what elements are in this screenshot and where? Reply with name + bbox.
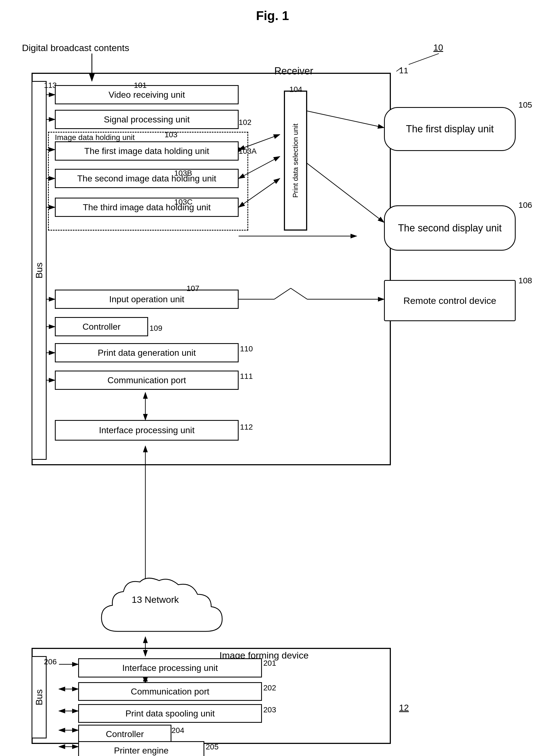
interface-processing-2-label: Interface processing unit bbox=[122, 663, 218, 673]
bus-bar-1: Bus bbox=[32, 81, 47, 460]
print-data-gen-label: Print data generation unit bbox=[98, 348, 196, 358]
digital-broadcast-label: Digital broadcast contents bbox=[22, 43, 129, 53]
controller-1-label: Controller bbox=[83, 322, 121, 332]
input-operation-unit: Input operation unit bbox=[55, 290, 239, 309]
ref-103: 103 bbox=[165, 130, 178, 139]
ref-203: 203 bbox=[263, 705, 276, 714]
ref-103a: 103A bbox=[239, 147, 257, 156]
second-display-label: The second display unit bbox=[398, 222, 502, 234]
svg-line-4 bbox=[409, 54, 439, 65]
first-image-data-label: The first image data holding unit bbox=[84, 146, 209, 156]
ref-11: 11 bbox=[399, 66, 408, 75]
second-display-unit: The second display unit bbox=[384, 205, 516, 251]
interface-processing-1: Interface processing unit bbox=[55, 420, 239, 441]
ref-107: 107 bbox=[187, 284, 200, 293]
print-data-gen-unit: Print data generation unit bbox=[55, 343, 239, 362]
communication-port-1-label: Communication port bbox=[108, 375, 186, 385]
first-display-unit: The first display unit bbox=[384, 107, 516, 151]
communication-port-2-label: Communication port bbox=[131, 687, 209, 697]
ref-112: 112 bbox=[240, 423, 253, 432]
signal-processing-unit: Signal processing unit bbox=[55, 110, 239, 129]
controller-1: Controller bbox=[55, 317, 148, 336]
network-cloud bbox=[96, 576, 233, 646]
ref-110: 110 bbox=[240, 345, 253, 353]
ref-102: 102 bbox=[239, 118, 252, 127]
input-operation-label: Input operation unit bbox=[109, 294, 184, 304]
ref-108: 108 bbox=[518, 276, 532, 285]
first-display-label: The first display unit bbox=[406, 123, 494, 135]
bus-bar-2: Bus bbox=[32, 656, 47, 738]
ref-111: 111 bbox=[240, 372, 253, 381]
controller-2: Controller bbox=[78, 725, 172, 743]
print-data-spooling: Print data spooling unit bbox=[78, 704, 262, 723]
remote-control-label: Remote control device bbox=[403, 295, 496, 306]
ref-106: 106 bbox=[518, 200, 532, 210]
video-receiving-unit: Video receiving unit bbox=[55, 85, 239, 104]
ref-109: 109 bbox=[150, 324, 162, 333]
first-image-data-unit: The first image data holding unit bbox=[55, 141, 239, 161]
ref-104: 104 bbox=[289, 85, 302, 94]
video-receiving-label: Video receiving unit bbox=[109, 90, 185, 100]
figure-title: Fig. 1 bbox=[256, 8, 289, 23]
ref-206: 206 bbox=[44, 657, 57, 666]
interface-processing-1-label: Interface processing unit bbox=[99, 425, 195, 435]
image-data-holding-label: Image data holding unit bbox=[55, 133, 135, 142]
print-data-selection-label: Print data selection unit bbox=[291, 124, 300, 198]
communication-port-1: Communication port bbox=[55, 371, 239, 390]
ref-204: 204 bbox=[172, 726, 184, 735]
ref-205: 205 bbox=[206, 743, 219, 751]
print-data-selection-unit: Print data selection unit bbox=[284, 91, 307, 231]
second-image-data-label: The second image data holding unit bbox=[77, 173, 216, 184]
printer-engine: Printer engine bbox=[78, 741, 204, 756]
print-data-spooling-label: Print data spooling unit bbox=[125, 709, 215, 719]
third-image-data-unit: The third image data holding unit bbox=[55, 198, 239, 217]
ref-103c: 103C bbox=[174, 198, 193, 206]
ref-103b: 103B bbox=[174, 169, 192, 178]
communication-port-2: Communication port bbox=[78, 682, 262, 701]
ref-10: 10 bbox=[433, 43, 443, 53]
bus-label-2: Bus bbox=[34, 689, 44, 705]
bus-label-1: Bus bbox=[34, 262, 44, 279]
diagram: Fig. 1 Digital broadcast contents 10 Rec… bbox=[0, 0, 545, 756]
ref-202: 202 bbox=[263, 684, 276, 692]
signal-processing-label: Signal processing unit bbox=[104, 114, 190, 125]
ref-101: 101 bbox=[134, 81, 147, 90]
ref-201: 201 bbox=[263, 659, 276, 668]
second-image-data-unit: The second image data holding unit bbox=[55, 169, 239, 188]
interface-processing-2: Interface processing unit bbox=[78, 658, 262, 677]
network-label: 13 Network bbox=[132, 594, 179, 605]
ref-12: 12 bbox=[399, 703, 409, 713]
ref-105: 105 bbox=[518, 100, 532, 110]
remote-control-device: Remote control device bbox=[384, 280, 516, 321]
controller-2-label: Controller bbox=[106, 729, 144, 739]
printer-engine-label: Printer engine bbox=[114, 746, 169, 756]
